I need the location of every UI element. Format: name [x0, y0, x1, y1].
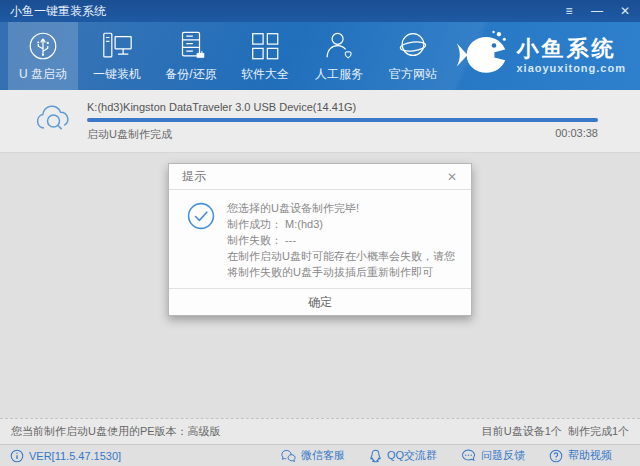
version-info: VER[11.5.47.1530] — [10, 449, 121, 463]
feedback-link[interactable]: 问题反馈 — [461, 448, 525, 463]
footer-link-label: QQ交流群 — [387, 448, 437, 463]
nav-item-label: 一键装机 — [93, 66, 141, 83]
pe-version-text: 您当前制作启动U盘使用的PE版本：高级版 — [11, 424, 221, 439]
app-window: 小鱼一键重装系统 ≡ — ✕ U 盘启动 — [0, 0, 640, 466]
elapsed-time: 00:03:38 — [555, 127, 598, 142]
footer-link-label: 问题反馈 — [481, 448, 525, 463]
apps-grid-icon — [248, 29, 282, 63]
close-icon[interactable]: ✕ — [618, 3, 632, 19]
device-count-text: 目前U盘设备1个 — [482, 424, 562, 439]
content-area: 提示 ✕ 您选择的U盘设备制作完毕! 制作成功： M:(hd3) 制作失败： -… — [0, 153, 640, 418]
help-video-link[interactable]: 帮助视频 — [549, 448, 612, 463]
nav-item-one-click-install[interactable]: 一键装机 — [82, 22, 152, 90]
usb-icon — [26, 29, 60, 63]
qq-group-link[interactable]: QQ交流群 — [369, 448, 437, 463]
minimize-icon[interactable]: — — [590, 3, 604, 19]
nav-item-label: 人工服务 — [315, 66, 363, 83]
nav-item-label: U 盘启动 — [19, 66, 67, 83]
device-label: K:(hd3)Kingston DataTraveler 3.0 USB Dev… — [87, 101, 598, 113]
dialog-titlebar: 提示 ✕ — [169, 164, 471, 190]
done-count-text: 制作完成1个 — [568, 424, 629, 439]
dialog-close-icon[interactable]: ✕ — [443, 168, 461, 186]
nav-item-website[interactable]: 官方网站 — [378, 22, 448, 90]
alert-dialog: 提示 ✕ 您选择的U盘设备制作完毕! 制作成功： M:(hd3) 制作失败： -… — [168, 163, 472, 316]
progress-body: K:(hd3)Kingston DataTraveler 3.0 USB Dev… — [87, 101, 598, 142]
dialog-body: 您选择的U盘设备制作完毕! 制作成功： M:(hd3) 制作失败： --- 在制… — [169, 190, 471, 288]
main-nav: U 盘启动 一键装机 — [0, 22, 640, 90]
progress-bar — [87, 118, 598, 122]
nav-item-label: 官方网站 — [389, 66, 437, 83]
titlebar: 小鱼一键重装系统 ≡ — ✕ — [0, 0, 640, 22]
device-counts: 目前U盘设备1个 制作完成1个 — [482, 424, 629, 439]
wechat-support-link[interactable]: 微信客服 — [281, 448, 345, 463]
nav-item-software[interactable]: 软件大全 — [230, 22, 300, 90]
feedback-icon — [461, 449, 476, 462]
nav-item-label: 备份/还原 — [165, 66, 216, 83]
qq-icon — [369, 449, 382, 463]
fish-logo-icon — [454, 28, 508, 84]
dialog-note: 在制作启动U盘时可能存在小概率会失败，请您将制作失败的U盘手动拔插后重新制作即可 — [227, 248, 459, 280]
backup-restore-icon — [174, 29, 208, 63]
dialog-line-fail: 制作失败： --- — [227, 232, 459, 248]
footer-links: 微信客服 QQ交流群 — [281, 448, 612, 463]
dialog-footer: 确定 — [169, 288, 471, 315]
check-circle-icon — [187, 202, 215, 280]
brand-title: 小鱼系统 — [516, 38, 626, 60]
progress-section: K:(hd3)Kingston DataTraveler 3.0 USB Dev… — [0, 90, 640, 153]
window-title: 小鱼一键重装系统 — [10, 3, 106, 20]
nav-item-backup-restore[interactable]: 备份/还原 — [156, 22, 226, 90]
version-text: VER[11.5.47.1530] — [29, 450, 121, 462]
progress-status: 启动U盘制作完成 — [87, 127, 172, 142]
status-bar: 您当前制作启动U盘使用的PE版本：高级版 目前U盘设备1个 制作完成1个 — [0, 418, 640, 444]
globe-icon — [396, 29, 430, 63]
footer-bar: VER[11.5.47.1530] 微信客服 QQ交流群 — [0, 444, 640, 466]
cloud-sync-icon — [34, 101, 74, 141]
nav-item-service[interactable]: 人工服务 — [304, 22, 374, 90]
menu-icon[interactable]: ≡ — [562, 3, 576, 19]
footer-link-label: 帮助视频 — [568, 448, 612, 463]
info-icon — [10, 449, 24, 463]
progress-fill — [87, 118, 598, 122]
customer-service-icon — [322, 29, 356, 63]
brand-subtitle: xiaoyuxitong.com — [516, 63, 626, 74]
wechat-icon — [281, 449, 296, 462]
help-icon — [549, 449, 563, 463]
dialog-line-complete: 您选择的U盘设备制作完毕! — [227, 200, 459, 216]
brand-text: 小鱼系统 xiaoyuxitong.com — [516, 38, 626, 74]
nav-item-usb-boot[interactable]: U 盘启动 — [8, 22, 78, 90]
brand-logo[interactable]: 小鱼系统 xiaoyuxitong.com — [454, 22, 634, 90]
ok-button[interactable]: 确定 — [282, 290, 358, 315]
dialog-message: 您选择的U盘设备制作完毕! 制作成功： M:(hd3) 制作失败： --- 在制… — [227, 200, 459, 280]
window-controls: ≡ — ✕ — [562, 3, 632, 19]
pc-icon — [100, 29, 134, 63]
footer-link-label: 微信客服 — [301, 448, 345, 463]
dialog-title: 提示 — [182, 168, 206, 185]
dialog-line-success: 制作成功： M:(hd3) — [227, 216, 459, 232]
nav-item-label: 软件大全 — [241, 66, 289, 83]
